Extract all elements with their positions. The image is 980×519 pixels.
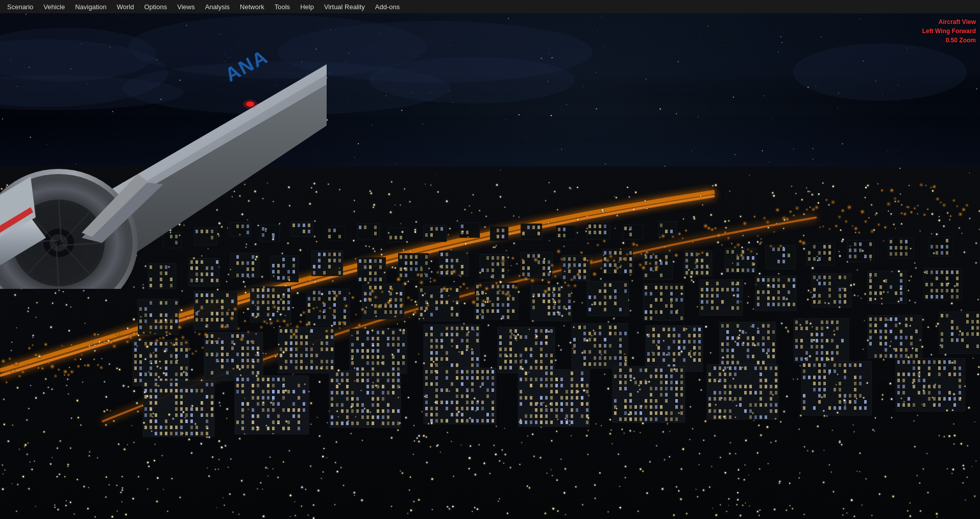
menu-navigation[interactable]: Navigation — [70, 2, 111, 12]
aircraft-wing-svg: ANA — [0, 23, 327, 289]
hud-wing-direction: Left Wing Forward — [922, 27, 976, 36]
menu-virtual-reality[interactable]: Virtual Reality — [319, 2, 370, 12]
menu-analysis[interactable]: Analysis — [200, 2, 235, 12]
hud-zoom-level: 0.50 Zoom — [922, 36, 976, 45]
menubar: Scenario Vehicle Navigation World Option… — [0, 0, 980, 13]
menu-options[interactable]: Options — [139, 2, 172, 12]
menu-tools[interactable]: Tools — [270, 2, 295, 12]
menu-help[interactable]: Help — [295, 2, 319, 12]
menu-world[interactable]: World — [112, 2, 139, 12]
svg-point-5 — [243, 100, 257, 109]
menu-views[interactable]: Views — [172, 2, 200, 12]
hud-aircraft-view: Aircraft View — [922, 17, 976, 27]
sim-view: ANA Aircraft View Left — [0, 13, 980, 519]
svg-text:ANA: ANA — [222, 46, 272, 86]
menu-vehicle[interactable]: Vehicle — [38, 2, 70, 12]
menu-scenario[interactable]: Scenario — [2, 2, 38, 12]
menu-network[interactable]: Network — [235, 2, 270, 12]
menu-add-ons[interactable]: Add-ons — [370, 2, 405, 12]
hud-overlay: Aircraft View Left Wing Forward 0.50 Zoo… — [922, 17, 976, 45]
